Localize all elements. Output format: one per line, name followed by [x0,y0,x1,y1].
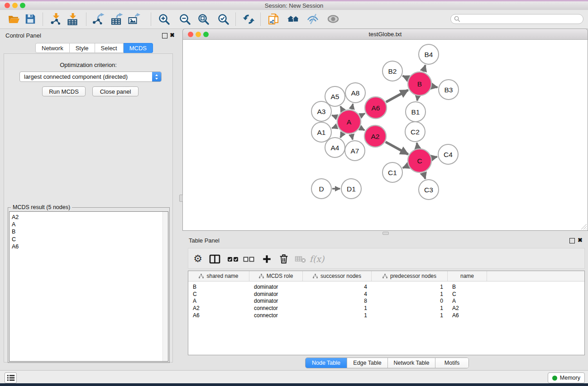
column-header-name[interactable]: name [448,271,487,281]
memory-button[interactable]: Memory [548,372,585,383]
close-panel-icon[interactable]: ✖ [578,237,583,243]
table-row[interactable]: A6connector11A6 [188,312,584,319]
table-cell-name[interactable]: B [448,284,487,290]
graph-edge-C-C1[interactable] [403,166,408,168]
table-row[interactable]: Cdominator41C [188,291,584,298]
table-cell-mcds_role[interactable]: dominator [249,298,303,304]
graph-edge-C-C3[interactable] [423,173,425,179]
select-all-columns-button[interactable] [225,252,240,266]
network-canvas[interactable]: AA1A3A5A8A4A7A6A2BB1B2B3B4CC1C2C3C4DD1 [182,40,588,231]
tab-edge-table[interactable]: Edge Table [347,358,387,368]
table-cell-name[interactable]: C [448,291,487,297]
tab-motifs[interactable]: Motifs [435,358,468,368]
table-cell-successor_nodes[interactable]: 1 [303,305,372,311]
zoom-selected-button[interactable] [216,12,230,26]
delete-table-button[interactable] [293,252,307,266]
float-panel-icon[interactable] [569,238,575,243]
table-cell-successor_nodes[interactable]: 4 [303,284,372,290]
table-cell-name[interactable]: A2 [448,305,487,311]
save-session-button[interactable] [23,12,38,26]
close-panel-button[interactable]: Close panel [92,86,139,96]
resize-grip-icon[interactable] [581,224,587,230]
search-field[interactable] [450,14,583,24]
zoom-fit-button[interactable] [196,12,210,26]
float-panel-icon[interactable] [162,33,167,38]
tab-network-table[interactable]: Network Table [387,358,435,368]
table-cell-predecessor_nodes[interactable]: 1 [372,312,448,319]
run-mcds-button[interactable]: Run MCDS [42,86,86,96]
zoom-out-button[interactable] [177,12,192,26]
tab-mcds[interactable]: MCDS [124,43,153,53]
delete-column-button[interactable] [277,252,291,266]
graph-edge-B-B2[interactable] [403,76,408,79]
table-row[interactable]: A2connector11A2 [188,305,584,312]
add-column-button[interactable] [259,252,274,266]
column-header-predecessor-nodes[interactable]: predecessor nodes [372,271,448,281]
column-header-shared-name[interactable]: shared name [188,271,249,281]
table-cell-shared_name[interactable]: A [188,298,249,304]
table-cell-predecessor_nodes[interactable]: 1 [372,284,448,290]
hide-panels-button[interactable] [306,12,320,26]
graph-edge-A-A8[interactable] [352,104,353,109]
table-cell-successor_nodes[interactable]: 8 [303,298,372,304]
column-header-successor-nodes[interactable]: successor nodes [303,271,372,281]
copy-network-view-button[interactable] [266,12,281,26]
deselect-all-columns-button[interactable] [241,252,256,266]
graph-edge-B-B1[interactable] [417,96,418,101]
zoom-in-button[interactable] [157,12,171,26]
mcds-result-item[interactable]: A6 [10,243,168,250]
table-cell-name[interactable]: A [448,298,487,304]
table-cell-successor_nodes[interactable]: 4 [303,291,372,297]
refresh-button[interactable] [241,12,256,26]
table-cell-shared_name[interactable]: B [188,284,249,290]
search-input[interactable] [462,15,583,23]
app-titlebar[interactable]: Session: New Session [0,1,588,10]
table-cell-name[interactable]: A6 [448,312,487,319]
graph-edge-A6-B[interactable] [386,90,408,102]
graph-edge-A2-C[interactable] [386,142,408,154]
graph-edge-A-A7[interactable] [352,134,353,139]
show-columns-button[interactable] [207,252,222,266]
splitter-handle[interactable] [179,195,183,202]
splitter-handle[interactable] [382,232,389,235]
graph-edge-A-A1[interactable] [332,126,337,128]
open-session-button[interactable] [7,12,21,26]
column-header-mcds-role[interactable]: MCDS role [249,271,303,281]
graph-edge-A-A6[interactable] [360,114,365,116]
show-graphics-details-button[interactable] [326,12,340,26]
table-cell-mcds_role[interactable]: connector [249,305,303,311]
tab-style[interactable]: Style [70,43,95,53]
graph-edge-A-A4[interactable] [340,133,343,138]
graph-edge-A-A3[interactable] [332,115,337,117]
table-cell-predecessor_nodes[interactable]: 1 [372,291,448,297]
mcds-result-item[interactable]: C [10,236,168,243]
criterion-dropdown[interactable]: largest connected component (directed) [19,71,162,82]
graph-edge-B-B4[interactable] [423,65,425,71]
table-cell-shared_name[interactable]: C [188,291,249,297]
import-network-button[interactable] [48,12,63,26]
network-window-titlebar[interactable]: testGlobe.txt [182,29,588,40]
table-cell-mcds_role[interactable]: dominator [249,291,303,297]
graph-edge-C-C2[interactable] [417,143,418,148]
function-builder-button[interactable]: f(x) [310,252,324,266]
tab-network[interactable]: Network [35,43,70,53]
home-button[interactable] [286,12,301,26]
mcds-result-item[interactable]: A2 [10,214,168,221]
table-cell-predecessor_nodes[interactable]: 0 [372,298,448,304]
export-image-button[interactable] [127,12,141,26]
scrollbar[interactable] [163,212,168,361]
tab-node-table[interactable]: Node Table [306,358,347,368]
table-row[interactable]: Bdominator41B [188,283,584,291]
mcds-result-item[interactable]: B [10,228,168,235]
mcds-result-item[interactable]: A [10,221,168,228]
table-row[interactable]: Adominator80A [188,298,584,305]
graph-edge-C-C4[interactable] [432,157,437,158]
table-cell-successor_nodes[interactable]: 1 [303,312,372,319]
graph-edge-A-A2[interactable] [360,128,365,130]
table-cell-predecessor_nodes[interactable]: 1 [372,305,448,311]
close-panel-icon[interactable]: ✖ [170,32,175,38]
task-history-button[interactable] [5,372,17,383]
table-options-button[interactable]: ⚙ [191,252,205,266]
table-cell-mcds_role[interactable]: dominator [249,284,303,290]
export-table-button[interactable] [110,12,124,26]
